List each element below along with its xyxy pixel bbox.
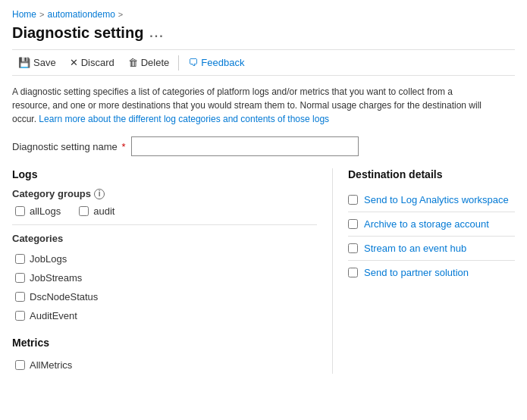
jobLogs-checkbox[interactable] — [15, 254, 25, 264]
name-label-text: Diagnostic setting name — [12, 141, 118, 152]
dest-partnerSolution: Send to partner solution — [348, 261, 515, 284]
audit-checkbox[interactable] — [79, 206, 89, 216]
name-input[interactable] — [131, 136, 359, 156]
delete-label: Delete — [141, 57, 170, 68]
description-text: A diagnostic setting specifies a list of… — [12, 85, 482, 126]
metrics-list: AllMetrics — [12, 356, 317, 374]
jobStreams-label: JobStreams — [30, 272, 82, 284]
breadcrumb: Home > automationdemo > — [12, 9, 515, 20]
dest-eventHub: Stream to an event hub — [348, 237, 515, 261]
page-title: Diagnostic setting — [12, 24, 143, 42]
eventHub-checkbox[interactable] — [348, 243, 358, 253]
toolbar-separator — [178, 55, 179, 71]
learn-more-link[interactable]: Learn more about the different log categ… — [39, 114, 329, 124]
discard-label: Discard — [81, 57, 114, 68]
auditEvent-row: AuditEvent — [15, 307, 317, 324]
save-label: Save — [33, 57, 56, 68]
delete-button[interactable]: 🗑 Delete — [122, 54, 176, 71]
breadcrumb-automationdemo[interactable]: automationdemo — [47, 9, 114, 20]
eventHub-label[interactable]: Stream to an event hub — [364, 243, 466, 254]
jobStreams-row: JobStreams — [15, 269, 317, 287]
category-audit: audit — [79, 205, 114, 217]
categories-label: Categories — [12, 233, 63, 244]
breadcrumb-sep1: > — [39, 10, 44, 19]
discard-icon: ✕ — [70, 57, 78, 68]
category-groups-row: allLogs audit — [12, 205, 317, 217]
logs-divider — [12, 224, 317, 225]
title-options-icon[interactable]: ... — [149, 27, 164, 40]
audit-label: audit — [93, 205, 114, 217]
storageAccount-checkbox[interactable] — [348, 219, 358, 229]
breadcrumb-sep2: > — [118, 10, 123, 19]
logAnalytics-label[interactable]: Send to Log Analytics workspace — [364, 194, 509, 205]
logs-title: Logs — [12, 168, 317, 180]
page-container: Home > automationdemo > Diagnostic setti… — [0, 0, 527, 383]
discard-button[interactable]: ✕ Discard — [64, 54, 121, 71]
category-groups-label: Category groups — [12, 188, 91, 199]
category-allLogs: allLogs — [15, 205, 61, 217]
save-icon: 💾 — [18, 57, 30, 68]
metrics-title: Metrics — [12, 337, 317, 349]
content-area: Logs Category groups i allLogs audit C — [12, 168, 515, 374]
feedback-icon: 🗨 — [188, 57, 198, 68]
allLogs-label: allLogs — [30, 205, 61, 217]
categories-heading: Categories — [12, 233, 317, 244]
auditEvent-checkbox[interactable] — [15, 311, 25, 321]
delete-icon: 🗑 — [128, 57, 138, 68]
storageAccount-label[interactable]: Archive to a storage account — [364, 218, 489, 230]
save-button[interactable]: 💾 Save — [12, 54, 62, 71]
diagnostic-name-field: Diagnostic setting name * — [12, 136, 515, 156]
dscNodeStatus-row: DscNodeStatus — [15, 288, 317, 306]
partnerSolution-label[interactable]: Send to partner solution — [364, 267, 469, 278]
dscNodeStatus-label: DscNodeStatus — [30, 291, 98, 302]
destination-section: Destination details Send to Log Analytic… — [333, 168, 515, 374]
page-title-container: Diagnostic setting ... — [12, 24, 515, 42]
auditEvent-label: AuditEvent — [30, 310, 77, 321]
dest-storageAccount: Archive to a storage account — [348, 212, 515, 237]
feedback-button[interactable]: 🗨 Feedback — [182, 54, 250, 71]
logAnalytics-checkbox[interactable] — [348, 195, 358, 205]
partnerSolution-checkbox[interactable] — [348, 268, 358, 277]
allMetrics-checkbox[interactable] — [15, 360, 25, 370]
dscNodeStatus-checkbox[interactable] — [15, 292, 25, 302]
allMetrics-label: AllMetrics — [30, 359, 72, 371]
jobLogs-row: JobLogs — [15, 250, 317, 268]
destination-title: Destination details — [348, 168, 515, 180]
metrics-section: Metrics AllMetrics — [12, 337, 317, 374]
feedback-label: Feedback — [201, 57, 244, 68]
toolbar: 💾 Save ✕ Discard 🗑 Delete 🗨 Feedback — [12, 49, 515, 76]
allLogs-checkbox[interactable] — [15, 206, 25, 216]
required-marker: * — [121, 141, 125, 152]
breadcrumb-home[interactable]: Home — [12, 9, 36, 20]
jobStreams-checkbox[interactable] — [15, 273, 25, 283]
jobLogs-label: JobLogs — [30, 253, 67, 265]
allMetrics-row: AllMetrics — [15, 356, 317, 374]
name-label: Diagnostic setting name * — [12, 141, 125, 152]
categories-list: JobLogs JobStreams DscNodeStatus AuditEv… — [12, 250, 317, 324]
category-groups-heading: Category groups i — [12, 188, 317, 199]
category-groups-info-icon[interactable]: i — [94, 189, 105, 199]
logs-section: Logs Category groups i allLogs audit C — [12, 168, 333, 374]
dest-logAnalytics: Send to Log Analytics workspace — [348, 188, 515, 212]
